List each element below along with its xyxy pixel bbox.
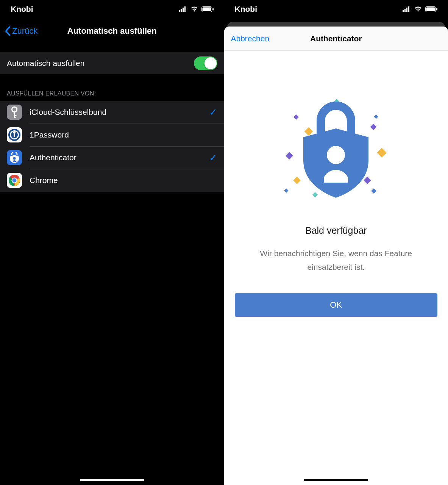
check-icon: ✓ [209, 152, 217, 164]
svg-rect-25 [426, 7, 435, 11]
svg-point-27 [327, 146, 345, 164]
ok-button[interactable]: OK [235, 293, 438, 317]
cancel-button[interactable]: Abbrechen [231, 34, 270, 43]
home-indicator[interactable] [80, 479, 144, 481]
chrome-icon [7, 173, 22, 188]
carrier-label: Knobi [11, 5, 33, 14]
page-title: Automatisch ausfüllen [67, 26, 157, 36]
coming-soon-illustration [275, 92, 396, 214]
authenticator-sheet-screen: Knobi Abbrechen Authenticator [224, 0, 448, 485]
sheet-title: Authenticator [310, 34, 362, 43]
nav-bar: Zurück Automatisch ausfüllen [0, 18, 224, 41]
svg-rect-15 [14, 133, 15, 137]
autofill-label: Automatisch ausfüllen [7, 59, 84, 68]
carrier-label: Knobi [235, 5, 257, 14]
message-subtitle: Wir benachrichtigen Sie, wenn das Featur… [235, 247, 438, 274]
svg-rect-26 [436, 8, 437, 10]
message-title: Bald verfügbar [305, 225, 367, 236]
autofill-switch[interactable] [194, 56, 217, 70]
provider-chrome[interactable]: Chrome [0, 169, 224, 192]
svg-rect-22 [406, 8, 407, 12]
svg-rect-23 [408, 6, 409, 12]
svg-rect-20 [403, 10, 404, 12]
sheet-header: Abbrechen Authenticator [224, 27, 448, 51]
svg-point-7 [12, 107, 17, 112]
svg-rect-8 [14, 111, 15, 117]
signal-icon [179, 6, 187, 12]
svg-point-16 [13, 157, 16, 160]
battery-icon [425, 6, 437, 12]
svg-rect-6 [212, 8, 214, 10]
section-header: AUSFÜLLEN ERLAUBEN VON: [0, 74, 224, 101]
provider-label: Authenticator [30, 153, 209, 162]
status-icons [403, 6, 437, 12]
settings-screen: Knobi Zurück Automatisch ausfüllen Autom… [0, 0, 224, 485]
provider-label: Chrome [30, 176, 217, 185]
wifi-icon [190, 6, 198, 12]
provider-label: 1Password [30, 130, 217, 139]
svg-rect-3 [184, 6, 186, 12]
home-indicator[interactable] [304, 479, 368, 481]
autofill-toggle-row[interactable]: Automatisch ausfüllen [0, 52, 224, 74]
svg-rect-1 [181, 9, 182, 12]
svg-rect-0 [179, 10, 180, 12]
status-bar-right: Knobi [224, 0, 448, 18]
chevron-left-icon [5, 26, 11, 36]
status-bar-left: Knobi [0, 0, 224, 18]
modal-sheet: Abbrechen Authenticator [224, 27, 448, 485]
svg-rect-9 [14, 115, 17, 116]
svg-rect-5 [202, 7, 211, 11]
provider-authenticator[interactable]: Authenticator ✓ [0, 146, 224, 169]
svg-rect-2 [183, 8, 184, 12]
authenticator-icon [7, 150, 22, 165]
back-label: Zurück [12, 26, 37, 36]
svg-rect-10 [14, 117, 16, 118]
svg-rect-21 [404, 9, 406, 12]
provider-1password[interactable]: 1Password [0, 124, 224, 146]
provider-label: iCloud-Schlüsselbund [30, 108, 209, 117]
check-icon: ✓ [209, 106, 217, 118]
onepassword-icon [7, 127, 22, 142]
provider-list: iCloud-Schlüsselbund ✓ 1Password Authent… [0, 101, 224, 192]
provider-icloud[interactable]: iCloud-Schlüsselbund ✓ [0, 101, 224, 124]
lock-shield-icon [275, 92, 396, 214]
battery-icon [201, 6, 214, 12]
wifi-icon [414, 6, 422, 12]
signal-icon [403, 6, 411, 12]
svg-point-19 [12, 178, 17, 183]
sheet-body: Bald verfügbar Wir benachrichtigen Sie, … [224, 51, 448, 485]
keychain-icon [7, 105, 22, 120]
status-icons [179, 6, 214, 12]
back-button[interactable]: Zurück [5, 26, 37, 36]
settings-content: Automatisch ausfüllen AUSFÜLLEN ERLAUBEN… [0, 41, 224, 192]
